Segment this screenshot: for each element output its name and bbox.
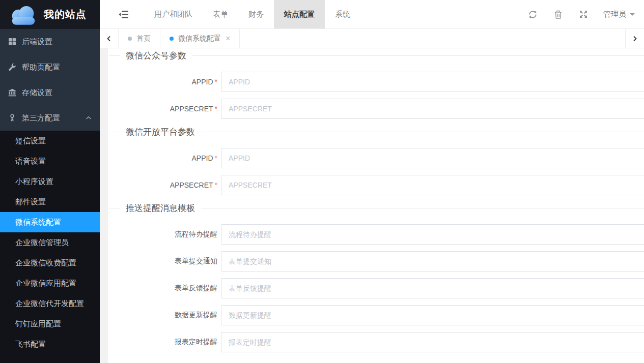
input-form-feedback-reminder[interactable] — [221, 278, 644, 298]
field-label: APPSECRET* — [109, 181, 217, 189]
nav-item-finance[interactable]: 财务 — [238, 0, 274, 28]
collapse-menu-icon — [119, 10, 129, 19]
app-window: 我的站点 后端设置 帮助页配置 存储设置 — [0, 0, 644, 363]
input-mp-appid[interactable] — [221, 72, 644, 92]
field-label: 数据更新提醒 — [109, 311, 217, 320]
sidebar-item-label: 存储设置 — [22, 88, 52, 98]
grid-icon — [8, 38, 16, 46]
tabs-scroll-left-button[interactable] — [100, 29, 119, 48]
sidebar-item-label: 帮助页配置 — [22, 63, 60, 72]
sidebar-subitem-wecom-billing[interactable]: 企业微信收费配置 — [0, 253, 100, 273]
divider-line — [109, 132, 120, 132]
form-row: APPID* — [109, 148, 644, 168]
section-title: 推送提醒消息模板 — [126, 202, 195, 214]
input-mp-appsecret[interactable] — [221, 99, 644, 119]
sidebar-item-label: 后端设置 — [22, 37, 52, 47]
form-row: 数据更新提醒 — [109, 305, 644, 325]
form-row: 流程待办提醒 — [109, 224, 644, 245]
sidebar-item-backend-settings[interactable]: 后端设置 — [0, 29, 100, 54]
tab-wechat-system-config[interactable]: 微信系统配置 × — [160, 29, 240, 48]
user-menu[interactable]: 管理员 — [603, 10, 635, 19]
bank-icon — [8, 88, 16, 97]
tabs-scroll-right-button[interactable] — [625, 29, 644, 48]
input-open-appsecret[interactable] — [221, 175, 644, 195]
input-report-schedule-reminder[interactable] — [221, 332, 644, 352]
sidebar-submenu: 短信设置 语音设置 小程序设置 邮件设置 微信系统配置 企业微信管理员 企业微信… — [0, 131, 100, 363]
divider-line — [109, 55, 120, 56]
sidebar-item-storage-settings[interactable]: 存储设置 — [0, 80, 100, 105]
sidebar-subitem-wecom-app[interactable]: 企业微信应用配置 — [0, 273, 100, 293]
delete-button[interactable] — [554, 10, 562, 19]
tab-status-dot — [170, 37, 174, 41]
input-flow-todo-reminder[interactable] — [221, 224, 644, 245]
form-row: 表单反馈提醒 — [109, 278, 644, 298]
form-row: 报表定时提醒 — [109, 332, 644, 352]
chevron-up-icon — [86, 116, 92, 120]
user-name: 管理员 — [603, 10, 626, 19]
form-row: APPSECRET* — [109, 99, 644, 119]
caret-down-icon — [630, 13, 635, 18]
sidebar-item-third-party-config[interactable]: 第三方配置 — [0, 105, 100, 131]
field-label: 表单反馈提醒 — [109, 284, 217, 293]
required-asterisk: * — [215, 78, 217, 86]
input-open-appid[interactable] — [221, 148, 644, 168]
tab-close-icon[interactable]: × — [226, 35, 230, 43]
refresh-button[interactable] — [528, 10, 537, 19]
divider-line — [201, 208, 644, 208]
tab-label: 首页 — [136, 34, 151, 43]
field-label: 流程待办提醒 — [109, 230, 217, 239]
nav-item-forms[interactable]: 表单 — [203, 0, 238, 28]
cloud-icon — [8, 4, 39, 25]
main-area: 用户和团队 表单 财务 站点配置 系统 — [100, 0, 644, 363]
section-header-wechat-open-platform: 微信开放平台参数 — [109, 126, 644, 138]
wrench-icon — [8, 63, 16, 72]
input-form-submit-notice[interactable] — [221, 251, 644, 271]
divider-line — [109, 208, 120, 208]
required-asterisk: * — [215, 105, 217, 113]
sidebar-item-help-page-config[interactable]: 帮助页配置 — [0, 54, 100, 80]
tab-bar: 首页 微信系统配置 × — [100, 29, 644, 48]
site-title: 我的站点 — [44, 8, 87, 21]
field-label: APPID* — [109, 154, 217, 162]
site-logo[interactable]: 我的站点 — [0, 0, 100, 29]
sidebar: 我的站点 后端设置 帮助页配置 存储设置 — [0, 0, 100, 363]
sidebar-subitem-feishu[interactable]: 飞书配置 — [0, 334, 100, 354]
tab-home[interactable]: 首页 — [119, 29, 160, 48]
sidebar-subitem-voice[interactable]: 语音设置 — [0, 151, 100, 171]
content-left-gutter — [100, 48, 108, 363]
input-data-update-reminder[interactable] — [221, 305, 644, 325]
section-title: 微信公众号参数 — [126, 50, 186, 62]
fullscreen-icon — [579, 10, 587, 18]
sidebar-subitem-mail[interactable]: 邮件设置 — [0, 192, 100, 212]
field-label: APPID* — [109, 78, 217, 86]
sidebar-subitem-wechat-system[interactable]: 微信系统配置 — [0, 212, 100, 232]
tab-status-dot — [128, 37, 132, 41]
sidebar-item-label: 第三方配置 — [22, 113, 60, 123]
sidebar-menu: 后端设置 帮助页配置 存储设置 第三方配置 — [0, 29, 100, 131]
chevron-left-icon — [106, 36, 111, 42]
fullscreen-button[interactable] — [579, 10, 587, 18]
form-row: APPSECRET* — [109, 175, 644, 195]
trash-icon — [554, 10, 562, 19]
content-area: 微信公众号参数 APPID* APPSECRET* 微信开放平台参数 — [100, 48, 644, 363]
sidebar-subitem-wecom-dev[interactable]: 企业微信代开发配置 — [0, 293, 100, 314]
refresh-icon — [528, 10, 537, 19]
sidebar-subitem-wecom-admin[interactable]: 企业微信管理员 — [0, 232, 100, 253]
key-icon — [8, 114, 16, 123]
chevron-right-icon — [632, 36, 637, 42]
section-header-push-templates: 推送提醒消息模板 — [109, 202, 644, 214]
tab-label: 微信系统配置 — [178, 34, 221, 43]
nav-item-system[interactable]: 系统 — [325, 0, 360, 28]
nav-item-site-config[interactable]: 站点配置 — [274, 0, 325, 28]
sidebar-subitem-sms[interactable]: 短信设置 — [0, 131, 100, 151]
nav-item-users-teams[interactable]: 用户和团队 — [144, 0, 203, 28]
field-label: 表单提交通知 — [109, 257, 217, 266]
sidebar-subitem-dingtalk[interactable]: 钉钉应用配置 — [0, 314, 100, 334]
divider-line — [192, 55, 644, 56]
field-label: APPSECRET* — [109, 105, 217, 113]
divider-line — [201, 132, 644, 132]
collapse-sidebar-button[interactable] — [119, 10, 129, 19]
section-title: 微信开放平台参数 — [126, 126, 195, 138]
sidebar-subitem-miniprogram[interactable]: 小程序设置 — [0, 171, 100, 192]
form-row: 表单提交通知 — [109, 251, 644, 271]
